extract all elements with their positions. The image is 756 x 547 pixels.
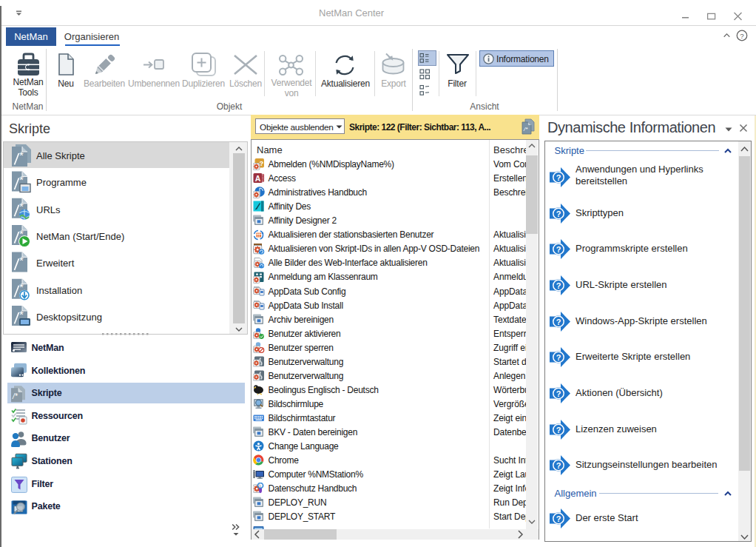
svg-text:A: A xyxy=(254,174,260,183)
svg-text:/*: /* xyxy=(523,126,528,132)
svg-text:?: ? xyxy=(740,32,744,40)
svg-text:/*: /* xyxy=(12,392,18,400)
svg-text:?: ? xyxy=(259,159,263,167)
